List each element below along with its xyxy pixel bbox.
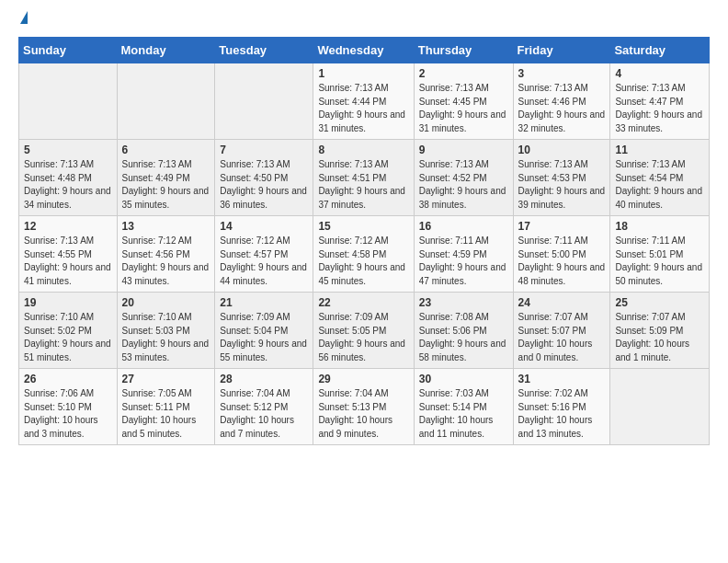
day-info: Sunrise: 7:03 AMSunset: 5:14 PMDaylight:… xyxy=(419,387,508,441)
weekday-header-friday: Friday xyxy=(513,38,610,63)
day-number: 27 xyxy=(122,373,210,385)
day-cell: 10Sunrise: 7:13 AMSunset: 4:53 PMDayligh… xyxy=(513,140,610,216)
day-number: 16 xyxy=(419,220,508,233)
weekday-header-sunday: Sunday xyxy=(19,38,118,63)
day-number: 14 xyxy=(220,220,308,233)
day-cell: 13Sunrise: 7:12 AMSunset: 4:56 PMDayligh… xyxy=(117,216,215,293)
day-info: Sunrise: 7:09 AMSunset: 5:05 PMDaylight:… xyxy=(318,311,408,364)
logo-icon xyxy=(20,11,28,24)
day-number: 29 xyxy=(318,373,408,385)
day-info: Sunrise: 7:11 AMSunset: 5:01 PMDaylight:… xyxy=(615,235,704,288)
day-cell: 20Sunrise: 7:10 AMSunset: 5:03 PMDayligh… xyxy=(117,293,215,369)
day-number: 8 xyxy=(318,144,408,156)
day-number: 1 xyxy=(318,67,408,80)
day-number: 3 xyxy=(518,67,606,80)
day-number: 15 xyxy=(318,220,408,233)
day-cell: 30Sunrise: 7:03 AMSunset: 5:14 PMDayligh… xyxy=(414,369,513,445)
weekday-header-thursday: Thursday xyxy=(414,38,513,63)
calendar: SundayMondayTuesdayWednesdayThursdayFrid… xyxy=(18,37,710,445)
day-info: Sunrise: 7:12 AMSunset: 4:56 PMDaylight:… xyxy=(122,235,210,288)
day-info: Sunrise: 7:13 AMSunset: 4:52 PMDaylight:… xyxy=(419,158,508,212)
day-number: 24 xyxy=(518,296,606,309)
day-number: 28 xyxy=(220,373,308,385)
day-cell: 27Sunrise: 7:05 AMSunset: 5:11 PMDayligh… xyxy=(117,369,215,445)
day-cell: 15Sunrise: 7:12 AMSunset: 4:58 PMDayligh… xyxy=(313,216,414,293)
day-number: 19 xyxy=(24,296,112,309)
day-info: Sunrise: 7:13 AMSunset: 4:55 PMDaylight:… xyxy=(24,235,112,288)
day-info: Sunrise: 7:08 AMSunset: 5:06 PMDaylight:… xyxy=(419,311,508,364)
day-number: 12 xyxy=(24,220,112,233)
day-info: Sunrise: 7:10 AMSunset: 5:03 PMDaylight:… xyxy=(122,311,210,364)
day-info: Sunrise: 7:11 AMSunset: 4:59 PMDaylight:… xyxy=(419,235,508,288)
day-info: Sunrise: 7:13 AMSunset: 4:47 PMDaylight:… xyxy=(615,82,704,135)
day-cell: 14Sunrise: 7:12 AMSunset: 4:57 PMDayligh… xyxy=(215,216,313,293)
day-number: 10 xyxy=(518,144,606,156)
day-info: Sunrise: 7:13 AMSunset: 4:49 PMDaylight:… xyxy=(122,158,210,212)
day-cell: 17Sunrise: 7:11 AMSunset: 5:00 PMDayligh… xyxy=(513,216,610,293)
logo xyxy=(18,15,28,28)
day-cell: 18Sunrise: 7:11 AMSunset: 5:01 PMDayligh… xyxy=(610,216,710,293)
day-cell: 11Sunrise: 7:13 AMSunset: 4:54 PMDayligh… xyxy=(610,140,710,216)
day-info: Sunrise: 7:04 AMSunset: 5:13 PMDaylight:… xyxy=(318,387,408,441)
weekday-header-row: SundayMondayTuesdayWednesdayThursdayFrid… xyxy=(19,38,710,63)
day-number: 25 xyxy=(615,296,704,309)
day-number: 13 xyxy=(122,220,210,233)
day-number: 23 xyxy=(419,296,508,309)
day-info: Sunrise: 7:12 AMSunset: 4:58 PMDaylight:… xyxy=(318,235,408,288)
day-cell xyxy=(19,63,118,140)
day-number: 2 xyxy=(419,67,508,80)
day-cell xyxy=(610,369,710,445)
day-cell: 7Sunrise: 7:13 AMSunset: 4:50 PMDaylight… xyxy=(215,140,313,216)
week-row-3: 12Sunrise: 7:13 AMSunset: 4:55 PMDayligh… xyxy=(19,216,710,293)
day-info: Sunrise: 7:13 AMSunset: 4:46 PMDaylight:… xyxy=(518,82,606,135)
day-cell: 29Sunrise: 7:04 AMSunset: 5:13 PMDayligh… xyxy=(313,369,414,445)
day-cell: 2Sunrise: 7:13 AMSunset: 4:45 PMDaylight… xyxy=(414,63,513,140)
day-cell: 28Sunrise: 7:04 AMSunset: 5:12 PMDayligh… xyxy=(215,369,313,445)
day-info: Sunrise: 7:07 AMSunset: 5:07 PMDaylight:… xyxy=(518,311,606,364)
day-number: 26 xyxy=(24,373,112,385)
day-info: Sunrise: 7:06 AMSunset: 5:10 PMDaylight:… xyxy=(24,387,112,441)
day-info: Sunrise: 7:13 AMSunset: 4:48 PMDaylight:… xyxy=(24,158,112,212)
day-cell: 1Sunrise: 7:13 AMSunset: 4:44 PMDaylight… xyxy=(313,63,414,140)
weekday-header-monday: Monday xyxy=(117,38,215,63)
day-cell: 12Sunrise: 7:13 AMSunset: 4:55 PMDayligh… xyxy=(19,216,118,293)
weekday-header-tuesday: Tuesday xyxy=(215,38,313,63)
day-cell: 26Sunrise: 7:06 AMSunset: 5:10 PMDayligh… xyxy=(19,369,118,445)
day-cell xyxy=(215,63,313,140)
week-row-4: 19Sunrise: 7:10 AMSunset: 5:02 PMDayligh… xyxy=(19,293,710,369)
day-cell: 25Sunrise: 7:07 AMSunset: 5:09 PMDayligh… xyxy=(610,293,710,369)
day-info: Sunrise: 7:05 AMSunset: 5:11 PMDaylight:… xyxy=(122,387,210,441)
day-cell: 4Sunrise: 7:13 AMSunset: 4:47 PMDaylight… xyxy=(610,63,710,140)
day-cell: 23Sunrise: 7:08 AMSunset: 5:06 PMDayligh… xyxy=(414,293,513,369)
day-info: Sunrise: 7:13 AMSunset: 4:51 PMDaylight:… xyxy=(318,158,408,212)
day-number: 20 xyxy=(122,296,210,309)
day-cell: 31Sunrise: 7:02 AMSunset: 5:16 PMDayligh… xyxy=(513,369,610,445)
day-cell: 5Sunrise: 7:13 AMSunset: 4:48 PMDaylight… xyxy=(19,140,118,216)
day-cell: 24Sunrise: 7:07 AMSunset: 5:07 PMDayligh… xyxy=(513,293,610,369)
day-cell xyxy=(117,63,215,140)
week-row-1: 1Sunrise: 7:13 AMSunset: 4:44 PMDaylight… xyxy=(19,63,710,140)
day-info: Sunrise: 7:13 AMSunset: 4:45 PMDaylight:… xyxy=(419,82,508,135)
day-number: 17 xyxy=(518,220,606,233)
day-info: Sunrise: 7:13 AMSunset: 4:44 PMDaylight:… xyxy=(318,82,408,135)
day-cell: 19Sunrise: 7:10 AMSunset: 5:02 PMDayligh… xyxy=(19,293,118,369)
weekday-header-saturday: Saturday xyxy=(610,38,710,63)
page: SundayMondayTuesdayWednesdayThursdayFrid… xyxy=(0,0,728,460)
day-number: 7 xyxy=(220,144,308,156)
day-cell: 3Sunrise: 7:13 AMSunset: 4:46 PMDaylight… xyxy=(513,63,610,140)
weekday-header-wednesday: Wednesday xyxy=(313,38,414,63)
day-cell: 16Sunrise: 7:11 AMSunset: 4:59 PMDayligh… xyxy=(414,216,513,293)
week-row-2: 5Sunrise: 7:13 AMSunset: 4:48 PMDaylight… xyxy=(19,140,710,216)
day-cell: 6Sunrise: 7:13 AMSunset: 4:49 PMDaylight… xyxy=(117,140,215,216)
day-cell: 21Sunrise: 7:09 AMSunset: 5:04 PMDayligh… xyxy=(215,293,313,369)
day-number: 31 xyxy=(518,373,606,385)
day-number: 5 xyxy=(24,144,112,156)
day-info: Sunrise: 7:13 AMSunset: 4:53 PMDaylight:… xyxy=(518,158,606,212)
day-number: 4 xyxy=(615,67,704,80)
day-info: Sunrise: 7:12 AMSunset: 4:57 PMDaylight:… xyxy=(220,235,308,288)
day-cell: 22Sunrise: 7:09 AMSunset: 5:05 PMDayligh… xyxy=(313,293,414,369)
day-number: 9 xyxy=(419,144,508,156)
day-info: Sunrise: 7:09 AMSunset: 5:04 PMDaylight:… xyxy=(220,311,308,364)
day-number: 30 xyxy=(419,373,508,385)
day-info: Sunrise: 7:10 AMSunset: 5:02 PMDaylight:… xyxy=(24,311,112,364)
